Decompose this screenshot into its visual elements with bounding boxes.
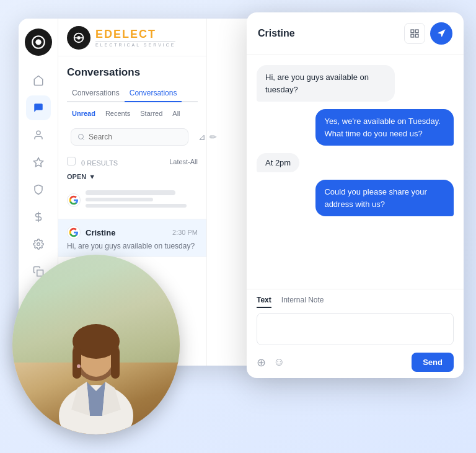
conv-item-cristine[interactable]: Cristine 2:30 PM Hi, are you guys availa… xyxy=(58,219,206,257)
grid-icon xyxy=(410,29,420,38)
svg-point-7 xyxy=(37,243,40,246)
brand-logo xyxy=(67,26,90,50)
svg-rect-21 xyxy=(415,34,418,37)
chat-header: Cristine xyxy=(247,12,464,55)
sidebar-item-contacts[interactable] xyxy=(26,123,51,147)
brand-header: EDELECT ELECTRICAL SERVICE xyxy=(58,19,206,56)
msg-1: Hi, are you guys available on tuesday? xyxy=(257,65,395,102)
tab-conversations-1[interactable]: Conversations xyxy=(67,85,125,102)
chat-input-area: Text Internal Note ⊕ ☺ Send xyxy=(247,289,464,378)
sidebar-item-home[interactable] xyxy=(26,68,51,93)
compose-icon[interactable]: ✏ xyxy=(209,132,217,142)
results-bar: 0 RESULTS Latest-All xyxy=(58,154,206,169)
sidebar-item-settings[interactable] xyxy=(26,232,51,257)
open-section-label: OPEN ▼ xyxy=(58,169,206,184)
cristine-name: Cristine xyxy=(86,228,167,237)
svg-point-4 xyxy=(37,131,40,134)
cristine-time: 2:30 PM xyxy=(172,229,198,236)
conv-item-placeholder[interactable] xyxy=(58,184,206,219)
filter-all[interactable]: All xyxy=(167,107,185,120)
conv-cristine-header: Cristine 2:30 PM xyxy=(67,226,198,239)
conversations-header: Conversations Conversations Conversation… xyxy=(58,56,206,102)
results-left: 0 RESULTS xyxy=(67,157,118,167)
sidebar-item-starred[interactable] xyxy=(26,150,51,175)
g-icon xyxy=(69,195,79,205)
svg-point-3 xyxy=(36,40,40,45)
filter-tabs: Unread Recents Starred All xyxy=(58,102,206,120)
svg-rect-18 xyxy=(411,30,414,33)
sidebar-logo xyxy=(25,29,52,56)
sidebar-item-chat[interactable] xyxy=(26,95,51,120)
chat-contact-name: Cristine xyxy=(258,28,295,39)
filter-starred[interactable]: Starred xyxy=(135,107,167,120)
send-button[interactable]: Send xyxy=(412,353,454,372)
cristine-preview: Hi, are you guys available on tuesday? xyxy=(67,242,198,250)
svg-rect-28 xyxy=(111,348,120,379)
msg-2: Yes, we're available on Tuesday. What ti… xyxy=(315,109,454,146)
brand-name: EDELECT xyxy=(95,29,175,40)
msg-4: Could you please share your address with… xyxy=(315,180,454,216)
svg-rect-19 xyxy=(415,30,418,33)
conv-item-header-1 xyxy=(67,190,198,210)
msg-3: At 2pm xyxy=(257,153,299,172)
chat-header-actions xyxy=(404,22,452,45)
chat-panel: Cristine Hi, are you guys available on t… xyxy=(247,12,464,378)
message-input[interactable] xyxy=(257,313,454,345)
filter-recents[interactable]: Recents xyxy=(100,107,135,120)
conversations-title: Conversations xyxy=(67,66,198,79)
brand-text-area: EDELECT ELECTRICAL SERVICE xyxy=(95,29,175,47)
svg-rect-20 xyxy=(411,34,414,37)
chat-messages: Hi, are you guys available on tuesday? Y… xyxy=(247,55,464,289)
google-logo-2 xyxy=(67,226,81,239)
placeholder-lines xyxy=(86,190,198,210)
svg-marker-5 xyxy=(33,158,43,167)
results-count: 0 RESULTS xyxy=(81,159,118,167)
sidebar-item-billing[interactable] xyxy=(26,205,51,229)
sidebar-item-integrations[interactable] xyxy=(26,177,51,202)
brand-subtitle: ELECTRICAL SERVICE xyxy=(95,43,175,47)
select-all-checkbox[interactable] xyxy=(67,157,76,165)
emoji-icon[interactable]: ☺ xyxy=(273,356,284,369)
navigate-icon xyxy=(436,29,446,38)
tab-conversations-2[interactable]: Conversations xyxy=(125,85,182,102)
search-bar[interactable] xyxy=(71,128,188,146)
filter-unread[interactable]: Unread xyxy=(67,107,100,120)
dropdown-arrow: ▼ xyxy=(89,173,95,180)
attachment-icon[interactable]: ⊕ xyxy=(257,356,266,369)
svg-point-13 xyxy=(77,36,81,40)
search-icon xyxy=(77,133,85,141)
photo-background xyxy=(12,255,180,434)
svg-marker-22 xyxy=(438,29,446,37)
input-tab-note[interactable]: Internal Note xyxy=(281,296,324,308)
input-tabs: Text Internal Note xyxy=(257,296,454,308)
logo-icon xyxy=(30,34,46,50)
sort-label[interactable]: Latest-All xyxy=(169,158,198,165)
navigate-button[interactable] xyxy=(430,22,452,45)
svg-line-17 xyxy=(82,138,84,139)
google-logo-1 xyxy=(67,193,81,207)
svg-rect-27 xyxy=(73,348,81,379)
g-icon-2 xyxy=(69,227,79,237)
svg-point-32 xyxy=(77,364,81,368)
person-photo xyxy=(12,255,180,434)
input-attachment-icons: ⊕ ☺ xyxy=(257,356,284,369)
grid-view-button[interactable] xyxy=(404,23,425,44)
search-row: ⊿ ✏ xyxy=(64,123,200,151)
filter-icon[interactable]: ⊿ xyxy=(198,132,206,142)
input-tab-text[interactable]: Text xyxy=(257,296,271,308)
brand-logo-icon xyxy=(72,31,86,45)
input-toolbar: ⊕ ☺ Send xyxy=(257,353,454,372)
person-svg xyxy=(34,292,158,434)
brand-divider xyxy=(95,41,175,42)
svg-point-16 xyxy=(79,134,84,139)
scene: EDELECT ELECTRICAL SERVICE Conversations… xyxy=(0,0,476,453)
conversations-tabs: Conversations Conversations xyxy=(67,85,198,102)
search-input[interactable] xyxy=(89,133,182,141)
